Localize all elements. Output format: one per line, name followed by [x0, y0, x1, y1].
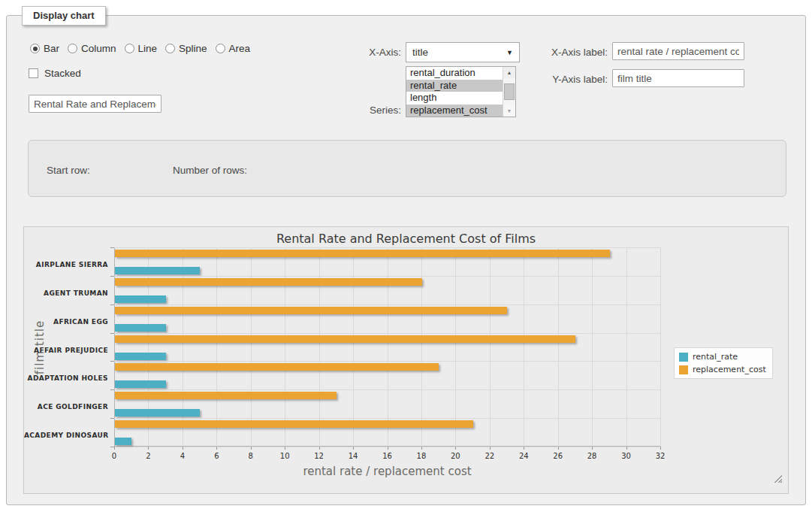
x-axis-label-input[interactable] — [612, 42, 744, 60]
category-label: AFRICAN EGG — [24, 318, 108, 326]
gridline — [353, 247, 354, 447]
legend-item-rental_rate[interactable]: rental_rate — [679, 352, 766, 362]
bar-rental_rate — [115, 438, 131, 445]
gridline — [421, 247, 422, 447]
bar-rental_rate — [115, 267, 200, 274]
series-option-replacement_cost[interactable]: replacement_cost — [406, 105, 515, 117]
x-tick-label: 30 — [621, 452, 631, 460]
radio-label: Column — [81, 43, 116, 54]
x-tick-label: 20 — [451, 452, 460, 460]
x-tick-label: 28 — [587, 452, 597, 460]
page: Display chart BarColumnLineSplineArea St… — [0, 0, 812, 512]
gridline — [388, 247, 388, 447]
bar-replacement_cost — [115, 392, 337, 399]
x-tick-label: 18 — [417, 452, 427, 460]
y-tick — [110, 447, 114, 447]
x-tick-label: 4 — [180, 452, 185, 460]
resize-handle[interactable] — [774, 475, 782, 483]
x-axis-label-caption: X-Axis label: — [533, 47, 608, 58]
scroll-up-icon[interactable]: ▲ — [503, 67, 515, 78]
chart-title-input[interactable] — [29, 95, 161, 113]
display-chart-panel: Display chart BarColumnLineSplineArea St… — [6, 15, 806, 505]
bar-rental_rate — [115, 324, 166, 332]
bar-rental_rate — [115, 295, 166, 303]
bar-replacement_cost — [115, 278, 422, 286]
stacked-row[interactable]: Stacked — [29, 68, 81, 79]
chart-type-bar[interactable]: Bar — [30, 43, 59, 54]
gridline — [114, 389, 660, 390]
x-tick-label: 32 — [656, 452, 666, 460]
x-tick — [148, 447, 149, 450]
gridline — [114, 361, 660, 362]
y-tick — [110, 247, 114, 248]
x-tick-label: 6 — [214, 452, 219, 460]
x-tick — [592, 447, 593, 450]
scrollbar-thumb[interactable] — [504, 83, 515, 100]
x-tick — [216, 447, 217, 450]
x-tick-label: 26 — [553, 452, 563, 460]
chart-type-radios: BarColumnLineSplineArea — [30, 43, 250, 54]
x-tick-label: 2 — [146, 452, 150, 460]
y-axis-label-input[interactable] — [612, 69, 744, 87]
y-tick — [110, 389, 114, 390]
chart-container: Rental Rate and Replacement Cost of Film… — [23, 226, 789, 494]
x-tick — [421, 447, 422, 450]
x-axis-title: rental rate / replacement cost — [114, 465, 660, 478]
radio-icon[interactable] — [68, 44, 77, 53]
series-option-rental_rate[interactable]: rental_rate — [406, 80, 515, 92]
listbox-scrollbar[interactable]: ▲ ▼ — [503, 67, 515, 117]
scroll-down-icon[interactable]: ▼ — [503, 105, 515, 117]
chart-legend: rental_ratereplacement_cost — [674, 347, 773, 379]
x-tick-label: 14 — [349, 452, 358, 460]
category-label: ACE GOLDFINGER — [24, 403, 108, 411]
x-tick — [353, 447, 354, 450]
x-axis-select[interactable]: title ▼ — [406, 42, 520, 62]
radio-label: Bar — [44, 43, 59, 54]
x-tick — [455, 447, 456, 450]
gridline — [114, 304, 660, 305]
x-tick — [558, 447, 559, 450]
rows-panel: Start row: Number of rows: Go — [28, 140, 786, 197]
series-option-length[interactable]: length — [406, 92, 515, 105]
x-tick-label: 8 — [249, 452, 253, 460]
gridline — [592, 247, 593, 447]
y-tick — [110, 276, 114, 277]
series-listbox[interactable]: rental_durationrental_ratelengthreplacem… — [406, 66, 516, 117]
gridline — [114, 247, 660, 248]
radio-icon[interactable] — [125, 44, 134, 53]
category-label: ADAPTATION HOLES — [24, 374, 108, 382]
gridline — [114, 333, 660, 334]
x-tick — [285, 447, 285, 450]
radio-icon[interactable] — [30, 44, 40, 53]
x-tick-label: 22 — [484, 452, 494, 460]
gridline — [319, 247, 320, 447]
chevron-down-icon: ▼ — [506, 49, 513, 56]
start-row-label: Start row: — [47, 165, 90, 176]
chart-type-spline[interactable]: Spline — [165, 43, 207, 54]
gridline — [251, 247, 252, 447]
x-tick-label: 12 — [314, 452, 324, 460]
gridline — [285, 247, 285, 447]
series-option-rental_duration[interactable]: rental_duration — [406, 67, 515, 80]
y-tick — [110, 304, 114, 305]
radio-icon[interactable] — [216, 44, 225, 53]
bar-rental_rate — [115, 409, 200, 417]
bar-replacement_cost — [115, 420, 473, 428]
x-axis-selected-value: title — [412, 47, 428, 58]
chart-type-column[interactable]: Column — [68, 43, 116, 54]
legend-swatch-icon — [679, 353, 688, 362]
legend-label: rental_rate — [693, 352, 738, 362]
gridline — [626, 247, 627, 447]
bar-replacement_cost — [115, 363, 439, 371]
y-tick — [110, 333, 114, 334]
radio-icon[interactable] — [165, 44, 175, 53]
legend-item-replacement_cost[interactable]: replacement_cost — [679, 365, 766, 374]
stacked-label: Stacked — [44, 68, 81, 79]
x-tick-label: 16 — [382, 452, 392, 460]
chart-type-line[interactable]: Line — [125, 43, 158, 54]
x-tick-label: 0 — [112, 452, 116, 460]
chart-type-area[interactable]: Area — [216, 43, 251, 54]
bar-replacement_cost — [115, 307, 507, 314]
x-axis-select-label: X-Axis: — [349, 47, 401, 58]
stacked-checkbox[interactable] — [29, 68, 38, 78]
